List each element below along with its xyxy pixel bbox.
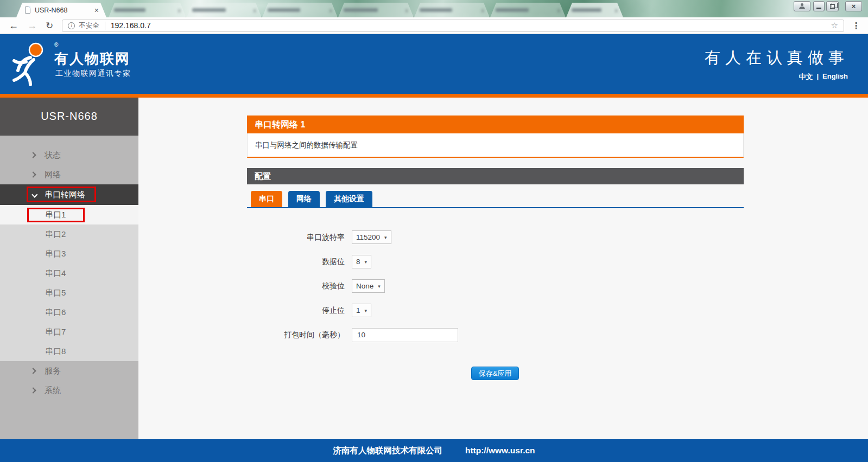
- forward-icon[interactable]: →: [27, 21, 37, 30]
- sidebar: USR-N668 状态 网络 串口转网络 串口1 串口2 串口3 串口4 串: [0, 98, 138, 439]
- restore-icon: [830, 4, 835, 9]
- logo-subtitle: 工业物联网通讯专家: [55, 69, 131, 79]
- tab-title: USR-N668: [35, 7, 94, 14]
- form-row-parity: 校验位 None ▾: [247, 279, 744, 293]
- save-apply-button[interactable]: 保存&应用: [471, 367, 519, 380]
- sidebar-item-serial4[interactable]: 串口4: [0, 264, 138, 283]
- sidebar-item-system[interactable]: 系统: [0, 381, 138, 400]
- sidebar-item-label: 系统: [45, 386, 61, 396]
- field-label: 停止位: [247, 306, 345, 316]
- device-name: USR-N668: [0, 98, 138, 136]
- sidebar-item-serial8[interactable]: 串口8: [0, 342, 138, 361]
- sidebar-item-label: 状态: [45, 150, 61, 161]
- tab-other-settings[interactable]: 其他设置: [326, 191, 372, 207]
- field-label: 校验位: [247, 281, 345, 291]
- registered-mark: ®: [54, 42, 58, 48]
- tab-serial[interactable]: 串口: [251, 191, 282, 207]
- browser-tab-background[interactable]: x: [262, 3, 338, 17]
- packtime-input[interactable]: [352, 328, 458, 342]
- refresh-icon[interactable]: ↻: [46, 21, 53, 30]
- screen: USR-N668 × x x x x x x x × ← → ↻ i 不安全 1…: [0, 0, 868, 462]
- window-minimize-button[interactable]: [813, 1, 825, 11]
- sidebar-item-serial5[interactable]: 串口5: [0, 283, 138, 303]
- sidebar-menu: 状态 网络 串口转网络 串口1 串口2 串口3 串口4 串口5 串口6 串口7 …: [0, 145, 138, 400]
- browser-tab-background[interactable]: x: [187, 3, 262, 17]
- usr-logo-icon: [10, 41, 52, 88]
- sidebar-item-serial1[interactable]: 串口1: [0, 205, 138, 224]
- browser-tab-active[interactable]: USR-N668 ×: [16, 3, 106, 17]
- chevron-right-icon: [30, 387, 36, 393]
- panel-description: 串口与网络之间的数据传输配置: [247, 133, 744, 158]
- address-separator: [105, 22, 105, 30]
- window-close-button[interactable]: ×: [845, 1, 862, 11]
- footer-website-link[interactable]: http://www.usr.cn: [465, 446, 535, 455]
- browser-tab-background[interactable]: x: [566, 3, 623, 17]
- form-row-stopbits: 停止位 1 ▾: [247, 304, 744, 317]
- sidebar-item-serial-to-network[interactable]: 串口转网络: [0, 184, 138, 205]
- header-accent-strip: [0, 94, 868, 98]
- security-label: 不安全: [79, 21, 99, 30]
- back-icon[interactable]: ←: [9, 21, 18, 30]
- browser-tab-background[interactable]: x: [414, 3, 490, 17]
- tab-network[interactable]: 网络: [288, 191, 320, 207]
- browser-tab-background[interactable]: x: [490, 3, 566, 17]
- sidebar-item-label: 网络: [45, 170, 61, 180]
- form-row-baudrate: 串口波特率 115200 ▾: [247, 230, 744, 244]
- browser-tab-background[interactable]: x: [109, 3, 186, 17]
- databits-select[interactable]: 8 ▾: [352, 255, 371, 268]
- select-value: 8: [356, 258, 360, 266]
- select-value: 1: [356, 306, 360, 315]
- sidebar-item-label: 串口4: [45, 268, 66, 279]
- sidebar-item-label: 串口5: [45, 288, 66, 298]
- serial-config-form: 串口波特率 115200 ▾ 数据位 8 ▾ 校验位 None ▾: [247, 230, 744, 352]
- field-label: 数据位: [247, 257, 345, 267]
- chevron-down-icon: ▾: [365, 259, 368, 265]
- sidebar-item-status[interactable]: 状态: [0, 145, 138, 165]
- sidebar-item-service[interactable]: 服务: [0, 361, 138, 381]
- baudrate-select[interactable]: 115200 ▾: [352, 230, 391, 244]
- sidebar-item-serial6[interactable]: 串口6: [0, 303, 138, 322]
- language-switcher: 中文 | English: [799, 72, 848, 82]
- select-value: 115200: [356, 233, 380, 241]
- sidebar-item-serial7[interactable]: 串口7: [0, 322, 138, 342]
- form-row-packtime: 打包时间（毫秒）: [247, 328, 744, 342]
- chevron-down-icon: ▾: [365, 308, 368, 313]
- chevron-down-icon: ▾: [384, 235, 387, 240]
- address-bar[interactable]: i 不安全 192.168.0.7 ☆: [62, 20, 844, 32]
- chevron-right-icon: [30, 368, 36, 374]
- form-row-databits: 数据位 8 ▾: [247, 255, 744, 268]
- browser-tab-background[interactable]: x: [338, 3, 414, 17]
- logo-title: 有人物联网: [54, 49, 130, 68]
- sidebar-item-serial3[interactable]: 串口3: [0, 244, 138, 264]
- info-icon[interactable]: i: [68, 22, 75, 29]
- chevron-right-icon: [30, 152, 36, 158]
- window-restore-button[interactable]: [826, 1, 839, 11]
- lang-chinese-link[interactable]: 中文: [799, 72, 813, 82]
- user-icon: [799, 3, 805, 9]
- sidebar-item-label: 串口6: [45, 307, 66, 318]
- chevron-down-icon: ▾: [378, 284, 381, 289]
- sidebar-item-label: 串口转网络: [45, 190, 85, 200]
- stopbits-select[interactable]: 1 ▾: [352, 304, 371, 317]
- parity-select[interactable]: None ▾: [352, 279, 385, 293]
- sidebar-item-network[interactable]: 网络: [0, 165, 138, 184]
- chevron-right-icon: [30, 171, 36, 177]
- panel-title: 串口转网络 1: [247, 116, 744, 133]
- header-slogan: 有人在认真做事: [705, 47, 849, 69]
- bookmark-star-icon[interactable]: ☆: [831, 21, 838, 30]
- tab-close-icon[interactable]: ×: [94, 7, 99, 14]
- lang-english-link[interactable]: English: [822, 72, 848, 82]
- browser-menu-icon[interactable]: ⋮: [852, 21, 860, 31]
- profile-button[interactable]: [794, 1, 810, 11]
- sidebar-item-serial2[interactable]: 串口2: [0, 224, 138, 244]
- site-header: ® 有人物联网 工业物联网通讯专家 有人在认真做事 中文 | English: [0, 34, 868, 94]
- browser-titlebar: USR-N668 × x x x x x x x ×: [0, 0, 868, 17]
- page-icon: [25, 7, 30, 14]
- main-content: 串口转网络 1 串口与网络之间的数据传输配置 配置 串口 网络 其他设置 串口波…: [138, 98, 868, 439]
- window-close-icon: ×: [852, 2, 856, 10]
- chevron-down-icon: [31, 191, 37, 197]
- sidebar-item-label: 串口8: [45, 347, 66, 357]
- field-label: 打包时间（毫秒）: [247, 330, 345, 340]
- field-label: 串口波特率: [247, 233, 345, 242]
- select-value: None: [356, 282, 373, 290]
